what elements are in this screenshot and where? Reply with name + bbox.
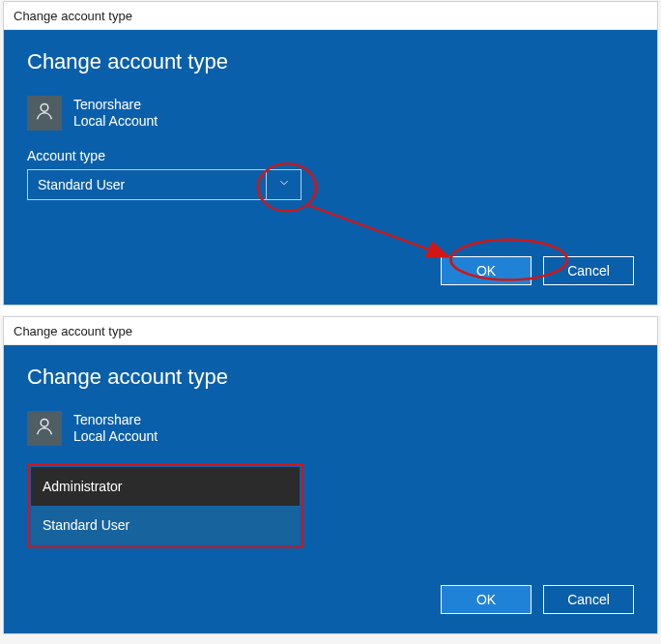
account-name: Tenorshare (73, 97, 158, 114)
account-text: Tenorshare Local Account (73, 97, 158, 131)
account-row: Tenorshare Local Account (27, 96, 634, 131)
user-avatar (27, 411, 62, 446)
ok-button[interactable]: OK (441, 585, 532, 614)
ok-button-label: OK (476, 263, 496, 278)
svg-point-1 (41, 419, 48, 426)
chevron-down-icon (277, 176, 291, 193)
option-label: Standard User (43, 517, 129, 533)
option-label: Administrator (43, 479, 122, 494)
field-label-account-type: Account type (27, 148, 634, 163)
cancel-button[interactable]: Cancel (543, 256, 634, 285)
button-row: OK Cancel (27, 585, 634, 614)
user-icon (34, 416, 55, 441)
content-pane: Change account type Tenorshare Local Acc… (4, 345, 657, 633)
cancel-button-label: Cancel (567, 263, 610, 278)
option-standard-user[interactable]: Standard User (31, 506, 300, 544)
user-icon (34, 101, 55, 126)
page-heading: Change account type (27, 49, 634, 74)
option-administrator[interactable]: Administrator (31, 467, 300, 506)
annotation-arrow (306, 205, 446, 256)
account-sub: Local Account (73, 428, 158, 446)
window-change-account-type-dropdown: Change account type Change account type … (3, 316, 658, 634)
cancel-button[interactable]: Cancel (543, 585, 634, 614)
account-type-select[interactable]: Standard User (27, 169, 302, 200)
window-title: Change account type (4, 317, 657, 345)
account-row: Tenorshare Local Account (27, 411, 634, 446)
account-text: Tenorshare Local Account (73, 412, 158, 446)
select-value: Standard User (28, 170, 266, 199)
windows-divider (0, 306, 661, 315)
select-caret[interactable] (266, 170, 301, 199)
button-row: OK Cancel (27, 256, 634, 285)
svg-point-0 (41, 103, 48, 111)
page-heading: Change account type (27, 365, 634, 390)
account-sub: Local Account (73, 113, 158, 131)
ok-button[interactable]: OK (441, 256, 532, 285)
window-title: Change account type (4, 2, 657, 30)
account-name: Tenorshare (73, 412, 158, 429)
window-change-account-type: Change account type Change account type … (3, 1, 658, 306)
user-avatar (27, 96, 62, 131)
content-pane: Change account type Tenorshare Local Acc… (4, 30, 657, 305)
cancel-button-label: Cancel (567, 592, 610, 607)
ok-button-label: OK (476, 592, 496, 607)
account-type-options-annotated: Administrator Standard User (27, 463, 303, 548)
